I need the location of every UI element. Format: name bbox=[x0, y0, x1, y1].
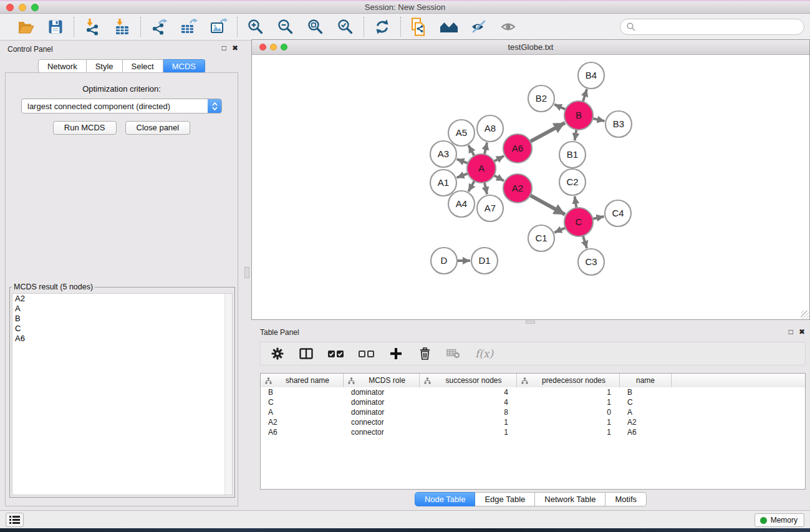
show-panels-list-button[interactable] bbox=[6, 513, 24, 527]
graph-node-A6[interactable]: A6 bbox=[503, 134, 532, 163]
tab-network-table[interactable]: Network Table bbox=[535, 492, 605, 506]
graph-node-A3[interactable]: A3 bbox=[430, 141, 456, 167]
float-panel-icon[interactable]: □ bbox=[222, 44, 226, 52]
window-resize-grip[interactable] bbox=[801, 311, 809, 319]
import-table-icon[interactable] bbox=[113, 17, 132, 36]
graph-node-C3[interactable]: C3 bbox=[578, 249, 604, 275]
save-session-icon[interactable] bbox=[46, 17, 65, 36]
close-panel-button[interactable]: Close panel bbox=[125, 121, 191, 135]
memory-button[interactable]: Memory bbox=[755, 513, 804, 527]
tab-select[interactable]: Select bbox=[123, 59, 163, 73]
graph-node-C4[interactable]: C4 bbox=[605, 200, 631, 226]
zoom-out-icon[interactable] bbox=[276, 17, 295, 36]
open-session-icon[interactable] bbox=[16, 17, 35, 36]
network-window-title: testGlobe.txt bbox=[252, 42, 809, 52]
add-column-icon[interactable] bbox=[389, 346, 403, 361]
table-row[interactable]: Bdominator41B bbox=[261, 387, 805, 397]
criterion-dropdown[interactable]: largest connected component (directed) bbox=[21, 99, 222, 114]
zoom-selected-icon[interactable] bbox=[336, 17, 355, 36]
deselect-all-columns-icon[interactable] bbox=[359, 351, 374, 357]
mcds-result-item[interactable]: A2 bbox=[12, 294, 232, 304]
table-cell: A6 bbox=[620, 427, 672, 437]
graph-node-A4[interactable]: A4 bbox=[448, 191, 475, 217]
control-panel-tabs: NetworkStyleSelectMCDS bbox=[0, 59, 243, 73]
import-network-icon[interactable] bbox=[83, 17, 102, 36]
tab-network[interactable]: Network bbox=[38, 59, 87, 73]
close-panel-icon[interactable]: ✖ bbox=[232, 44, 238, 52]
graph-node-D[interactable]: D bbox=[431, 248, 457, 274]
graph-node-D1[interactable]: D1 bbox=[471, 248, 498, 274]
graph-node-A[interactable]: A bbox=[467, 154, 496, 183]
svg-text:B4: B4 bbox=[586, 70, 597, 80]
node-table[interactable]: shared nameMCDS rolesuccessor nodesprede… bbox=[260, 373, 806, 490]
window-titlebar: Session: New Session bbox=[0, 1, 810, 14]
tab-mcds[interactable]: MCDS bbox=[163, 59, 205, 73]
graph-node-A7[interactable]: A7 bbox=[477, 195, 503, 221]
graph-node-B4[interactable]: B4 bbox=[578, 62, 604, 89]
graph-node-A5[interactable]: A5 bbox=[448, 120, 475, 146]
column-header-shared-name[interactable]: shared name bbox=[261, 374, 344, 387]
delete-column-icon[interactable] bbox=[418, 346, 432, 361]
export-table-icon[interactable] bbox=[180, 17, 198, 36]
graph-node-A1[interactable]: A1 bbox=[430, 170, 456, 196]
hide-graphics-details-icon[interactable] bbox=[470, 17, 488, 36]
mcds-result-item[interactable]: C bbox=[12, 324, 232, 334]
show-column-panel-icon[interactable] bbox=[299, 346, 313, 361]
close-table-panel-icon[interactable]: ✖ bbox=[799, 327, 805, 336]
table-cell: 0 bbox=[517, 407, 620, 417]
column-header-MCDS-role[interactable]: MCDS role bbox=[344, 374, 420, 387]
svg-text:C3: C3 bbox=[585, 256, 597, 267]
export-image-icon[interactable] bbox=[210, 17, 228, 36]
zoom-in-icon[interactable] bbox=[246, 17, 265, 36]
zoom-fit-icon[interactable] bbox=[306, 17, 325, 36]
table-settings-gear-icon[interactable] bbox=[271, 346, 284, 361]
mcds-result-item[interactable]: A bbox=[12, 304, 232, 314]
search-field[interactable] bbox=[620, 19, 804, 35]
graph-node-A2[interactable]: A2 bbox=[503, 174, 532, 203]
graph-node-C2[interactable]: C2 bbox=[559, 169, 586, 195]
select-all-columns-icon[interactable] bbox=[328, 351, 344, 357]
column-header-name[interactable]: name bbox=[620, 374, 672, 387]
application-window: Session: New Session bbox=[0, 0, 810, 532]
search-input[interactable] bbox=[639, 22, 798, 32]
table-row[interactable]: Cdominator41C bbox=[261, 397, 805, 407]
table-cell: A bbox=[261, 407, 344, 417]
table-toolbar: f(x) bbox=[260, 342, 806, 365]
scrollbar-track[interactable] bbox=[224, 294, 232, 495]
graph-node-B2[interactable]: B2 bbox=[528, 85, 554, 112]
home-icon[interactable] bbox=[440, 17, 458, 36]
eye-icon[interactable] bbox=[499, 17, 518, 36]
tab-motifs[interactable]: Motifs bbox=[605, 492, 647, 506]
tab-style[interactable]: Style bbox=[87, 59, 123, 73]
table-cell: 1 bbox=[517, 427, 620, 437]
float-table-panel-icon[interactable]: □ bbox=[789, 327, 793, 336]
table-cell: 1 bbox=[420, 427, 517, 437]
mcds-result-list[interactable]: A2ABCA6 bbox=[12, 293, 233, 495]
svg-text:D1: D1 bbox=[478, 255, 490, 266]
svg-text:A4: A4 bbox=[456, 198, 467, 209]
table-row[interactable]: A2connector11A2 bbox=[261, 417, 805, 427]
refresh-icon[interactable] bbox=[373, 17, 392, 36]
table-panel: Table Panel □ ✖ bbox=[251, 324, 810, 510]
graph-node-B[interactable]: B bbox=[564, 101, 593, 130]
graph-node-C[interactable]: C bbox=[564, 208, 593, 236]
network-canvas[interactable]: B4B2BB3A5A8A6B1A3AC2A1A2A4A7C4CC1C3DD1 bbox=[252, 55, 809, 319]
tab-edge-table[interactable]: Edge Table bbox=[475, 492, 535, 506]
graph-node-B1[interactable]: B1 bbox=[559, 142, 586, 168]
status-bar: Memory bbox=[0, 510, 810, 528]
table-row[interactable]: Adominator80A bbox=[261, 407, 805, 417]
splitter-grip-vertical[interactable] bbox=[244, 267, 249, 278]
table-row[interactable]: A6connector11A6 bbox=[261, 427, 805, 437]
graph-node-C1[interactable]: C1 bbox=[528, 225, 554, 251]
export-network-icon[interactable] bbox=[150, 17, 168, 36]
column-header-successor-nodes[interactable]: successor nodes bbox=[420, 374, 517, 387]
column-header-predecessor-nodes[interactable]: predecessor nodes bbox=[517, 374, 620, 387]
run-mcds-button[interactable]: Run MCDS bbox=[53, 121, 117, 135]
network-from-file-icon[interactable] bbox=[410, 17, 428, 36]
graph-node-A8[interactable]: A8 bbox=[477, 115, 503, 142]
mcds-result-item[interactable]: A6 bbox=[12, 334, 232, 344]
splitter-grip-horizontal[interactable] bbox=[526, 321, 535, 324]
tab-node-table[interactable]: Node Table bbox=[415, 492, 476, 506]
mcds-result-item[interactable]: B bbox=[12, 314, 232, 324]
graph-node-B3[interactable]: B3 bbox=[605, 111, 632, 137]
